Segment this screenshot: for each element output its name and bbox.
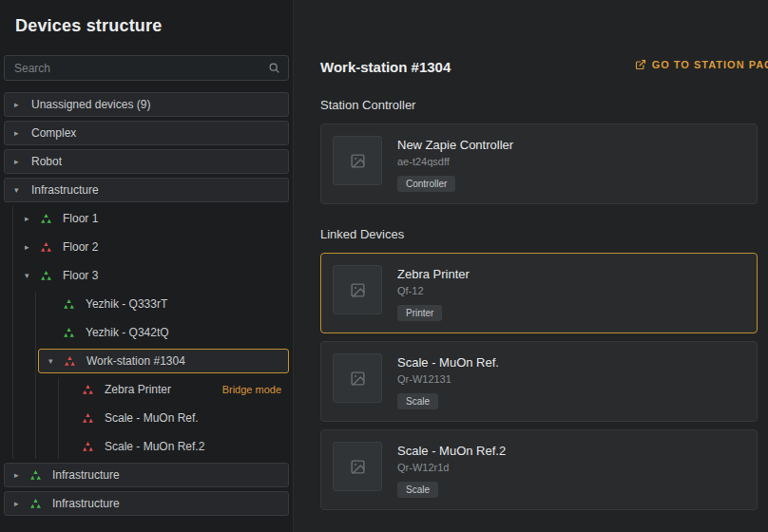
linked-devices-list: Zebra Printer Qf-12 Printer Scale - MuOn… [320, 253, 768, 510]
tree-item-label: Complex [31, 126, 76, 140]
search-bar [4, 55, 289, 81]
card-body: Scale - MuOn Ref.2 Qr-W12r1d Scale [397, 442, 506, 498]
chevron-down-icon[interactable]: ▾ [14, 185, 29, 195]
image-icon [350, 153, 366, 169]
chevron-right-icon[interactable]: ▸ [14, 470, 29, 480]
device-status-icon [40, 242, 54, 253]
tree-item-label: Robot [31, 155, 62, 168]
tree-item-label: Infrastructure [52, 497, 120, 510]
device-status-icon [82, 413, 96, 424]
device-title: Scale - MuOn Ref. [397, 355, 499, 370]
tree-item-label: Floor 1 [63, 212, 98, 225]
devices-structure-app: Devices structure ▸ Unassigned devices (… [0, 0, 768, 532]
tree-item-label: Infrastructure [31, 183, 99, 197]
linked-device-card-scale-muon-ref-2[interactable]: Scale - MuOn Ref.2 Qr-W12r1d Scale [320, 429, 758, 510]
device-status-icon [40, 271, 54, 281]
tree-item-label: Infrastructure [52, 468, 120, 482]
controller-card[interactable]: New Zapie Controller ae-t24qsdff Control… [320, 124, 758, 204]
card-body: Scale - MuOn Ref. Qr-W12131 Scale [397, 353, 499, 409]
tree-item-label: Unassigned devices (9) [31, 98, 150, 111]
linked-device-card-zebra-printer[interactable]: Zebra Printer Qf-12 Printer [320, 253, 758, 333]
tree-item-label: Work-station #1304 [86, 354, 185, 368]
device-status-icon [40, 214, 54, 224]
device-thumbnail [333, 442, 382, 491]
device-title: Scale - MuOn Ref.2 [397, 444, 506, 458]
image-icon [350, 459, 366, 475]
tree-item-yezhik-q342tq[interactable]: Yezhik - Q342tQ [4, 320, 289, 345]
page-title: Devices structure [15, 16, 293, 36]
station-controller-heading: Station Controller [320, 98, 768, 112]
device-type-tag: Scale [397, 393, 438, 409]
tree-item-label: Yezhik - Q342tQ [86, 326, 169, 339]
tree-item-label: Floor 3 [63, 269, 98, 282]
device-title: New Zapie Controller [397, 138, 513, 152]
chevron-right-icon[interactable]: ▸ [25, 242, 40, 252]
search-input[interactable] [4, 55, 289, 81]
tree-item-infrastructure-3[interactable]: ▸ Infrastructure [4, 491, 289, 516]
device-status-icon [82, 385, 96, 395]
tree-item-scale-muon-ref[interactable]: Scale - MuOn Ref. [4, 406, 289, 430]
chevron-down-icon[interactable]: ▾ [25, 271, 40, 280]
device-status-icon [64, 356, 78, 367]
image-icon [350, 370, 366, 387]
image-icon [350, 282, 366, 298]
chevron-right-icon[interactable]: ▸ [14, 499, 29, 508]
device-title: Zebra Printer [397, 267, 470, 281]
tree-item-complex[interactable]: ▸ Complex [4, 121, 289, 145]
chevron-right-icon[interactable]: ▸ [14, 100, 29, 109]
go-to-station-page-label: GO TO STATION PAGE [652, 59, 768, 70]
tree-item-unassigned-devices[interactable]: ▸ Unassigned devices (9) [4, 92, 289, 117]
device-id: Qf-12 [397, 285, 470, 296]
tree-item-label: Floor 2 [63, 240, 98, 254]
chevron-right-icon[interactable]: ▸ [14, 157, 29, 166]
device-type-tag: Printer [397, 305, 442, 321]
tree-item-robot[interactable]: ▸ Robot [4, 149, 289, 174]
external-link-icon [635, 59, 646, 70]
device-status-icon [29, 470, 44, 481]
device-status-icon [82, 442, 96, 452]
tree-item-floor-3[interactable]: ▾ Floor 3 [4, 263, 289, 288]
chevron-right-icon[interactable]: ▸ [14, 128, 29, 138]
tree-item-scale-muon-ref-2[interactable]: Scale - MuOn Ref.2 [4, 434, 289, 459]
tree-item-floor-2[interactable]: ▸ Floor 2 [4, 235, 289, 259]
linked-devices-heading: Linked Devices [320, 227, 768, 241]
tree-item-floor-1[interactable]: ▸ Floor 1 [4, 206, 289, 231]
go-to-station-page-link[interactable]: GO TO STATION PAGE [635, 59, 768, 70]
tree-item-label: Zebra Printer [105, 383, 171, 396]
device-tree-pane: Devices structure ▸ Unassigned devices (… [0, 0, 293, 532]
tree-item-label: Yezhik - Q333rT [86, 297, 167, 311]
chevron-down-icon[interactable]: ▾ [48, 356, 64, 366]
linked-device-card-scale-muon-ref[interactable]: Scale - MuOn Ref. Qr-W12131 Scale [320, 341, 758, 422]
tree-item-yezhik-q333rt[interactable]: Yezhik - Q333rT [4, 292, 289, 316]
tree-item-label: Scale - MuOn Ref.2 [105, 440, 204, 453]
card-body: Zebra Printer Qf-12 Printer [397, 265, 470, 321]
device-id: ae-t24qsdff [397, 156, 513, 167]
device-thumbnail [333, 265, 382, 314]
device-id: Qr-W12r1d [397, 462, 506, 473]
station-detail-pane: Work-station #1304 GO TO STATION PAGE St… [293, 0, 768, 532]
device-status-icon [29, 499, 44, 509]
device-thumbnail [333, 136, 382, 185]
device-type-tag: Scale [397, 482, 438, 498]
tree-item-workstation-1304-selected[interactable]: ▾ Work-station #1304 [38, 349, 289, 373]
card-body: New Zapie Controller ae-t24qsdff Control… [397, 136, 513, 192]
device-thumbnail [333, 353, 382, 403]
device-status-icon [63, 328, 77, 338]
chevron-right-icon[interactable]: ▸ [25, 214, 40, 223]
bridge-mode-badge: Bridge mode [222, 384, 281, 395]
device-id: Qr-W12131 [397, 373, 499, 385]
device-tree: ▸ Unassigned devices (9) ▸ Complex ▸ Rob… [0, 92, 293, 516]
tree-item-label: Scale - MuOn Ref. [105, 411, 199, 425]
tree-item-zebra-printer[interactable]: Zebra Printer Bridge mode [4, 377, 289, 402]
device-status-icon [63, 299, 77, 310]
tree-item-infrastructure-2[interactable]: ▸ Infrastructure [4, 463, 289, 487]
tree-item-infrastructure[interactable]: ▾ Infrastructure [4, 178, 289, 202]
device-type-tag: Controller [397, 176, 455, 192]
